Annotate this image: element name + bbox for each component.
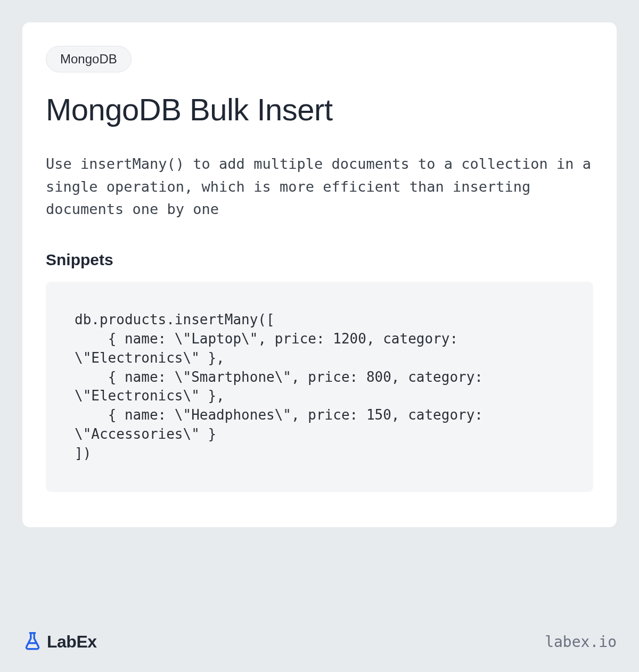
snippets-heading: Snippets <box>46 251 593 269</box>
brand-name: LabEx <box>47 632 97 652</box>
content-card: MongoDB MongoDB Bulk Insert Use insertMa… <box>22 22 617 527</box>
description-text: Use insertMany() to add multiple documen… <box>46 153 593 221</box>
category-tag: MongoDB <box>46 46 132 72</box>
flask-icon <box>22 630 43 653</box>
brand-url: labex.io <box>545 633 617 651</box>
brand-logo: LabEx <box>22 630 97 653</box>
code-content: db.products.insertMany([ { name: \"Lapto… <box>75 310 564 463</box>
page-title: MongoDB Bulk Insert <box>46 93 593 127</box>
footer: LabEx labex.io <box>22 630 617 653</box>
code-block: db.products.insertMany([ { name: \"Lapto… <box>46 282 593 492</box>
